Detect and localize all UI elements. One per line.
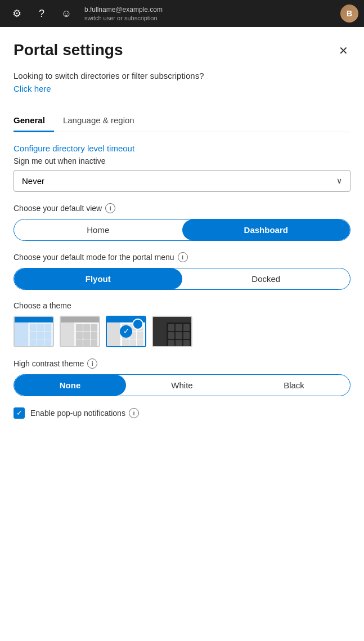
portal-menu-label: Choose your default mode for the portal … — [14, 253, 174, 262]
hc-white-option[interactable]: White — [126, 375, 238, 396]
checkbox-check-icon: ✓ — [16, 409, 23, 416]
dashboard-option[interactable]: Dashboard — [182, 219, 350, 240]
gear-icon: ⚙ — [12, 7, 21, 20]
user-name: b.fullname@example.com — [84, 6, 338, 15]
user-area: b.fullname@example.com switch user or su… — [84, 6, 338, 21]
default-view-label: Choose your default view — [14, 204, 102, 213]
default-view-toggle: Home Dashboard — [14, 219, 350, 241]
sign-out-value: Never — [22, 176, 44, 186]
theme-section: Choose a theme — [14, 301, 350, 347]
tab-language-region[interactable]: Language & region — [54, 110, 143, 132]
portal-settings-panel: Portal settings ✕ Looking to switch dire… — [0, 27, 364, 437]
hc-none-option[interactable]: None — [14, 375, 126, 396]
sign-out-dropdown[interactable]: Never ∨ — [14, 170, 350, 192]
portal-menu-row: Choose your default mode for the portal … — [14, 252, 350, 262]
header-bar: ⚙ ? ☺ b.fullname@example.com switch user… — [0, 0, 364, 27]
default-view-row: Choose your default view i — [14, 203, 350, 213]
high-contrast-info-icon: i — [87, 358, 97, 369]
theme-options: ✓ — [14, 316, 350, 347]
popup-notifications-row: ✓ Enable pop-up notifications i — [14, 407, 350, 419]
close-button[interactable]: ✕ — [336, 43, 350, 59]
general-section: Configure directory level timeout Sign m… — [14, 144, 350, 419]
settings-icon-btn[interactable]: ⚙ — [6, 2, 28, 25]
chevron-down-icon: ∨ — [336, 176, 342, 185]
theme-checkmark: ✓ — [120, 325, 132, 338]
theme-light-blue-card[interactable] — [14, 316, 54, 347]
popup-label-text: Enable pop-up notifications — [30, 409, 125, 418]
flyout-option[interactable]: Flyout — [14, 268, 182, 289]
theme-label: Choose a theme — [14, 301, 350, 310]
high-contrast-label-row: High contrast theme i — [14, 358, 350, 369]
home-option[interactable]: Home — [14, 219, 182, 240]
switch-directories-text: Looking to switch directories or filter … — [14, 71, 350, 80]
avatar[interactable]: B — [340, 5, 358, 23]
popup-checkbox[interactable]: ✓ — [14, 407, 25, 419]
click-here-link[interactable]: Click here — [14, 84, 51, 93]
configure-timeout-link[interactable]: Configure directory level timeout — [14, 144, 350, 153]
sign-out-label: Sign me out when inactive — [14, 156, 350, 165]
tab-general[interactable]: General — [14, 110, 54, 132]
tabs-container: General Language & region — [14, 110, 350, 132]
theme-dark-card[interactable] — [152, 316, 192, 347]
high-contrast-toggle: None White Black — [14, 374, 350, 396]
portal-menu-toggle: Flyout Docked — [14, 268, 350, 290]
high-contrast-section: High contrast theme i None White Black — [14, 358, 350, 396]
panel-title: Portal settings — [14, 41, 123, 60]
default-view-info-icon: i — [105, 203, 115, 213]
help-icon: ? — [39, 8, 44, 20]
docked-option[interactable]: Docked — [182, 268, 350, 289]
popup-info-icon: i — [129, 408, 139, 418]
user-subscription: switch user or subscription — [84, 15, 338, 21]
smiley-icon: ☺ — [61, 8, 71, 20]
help-icon-btn[interactable]: ? — [30, 2, 53, 25]
popup-label: Enable pop-up notifications i — [30, 408, 139, 418]
theme-light-gray-card[interactable] — [60, 316, 100, 347]
high-contrast-label: High contrast theme — [14, 359, 84, 368]
panel-header: Portal settings ✕ — [14, 41, 350, 60]
hc-black-option[interactable]: Black — [238, 375, 350, 396]
theme-selected-card[interactable]: ✓ — [106, 316, 146, 347]
feedback-icon-btn[interactable]: ☺ — [55, 2, 78, 25]
portal-menu-info-icon: i — [178, 252, 188, 262]
